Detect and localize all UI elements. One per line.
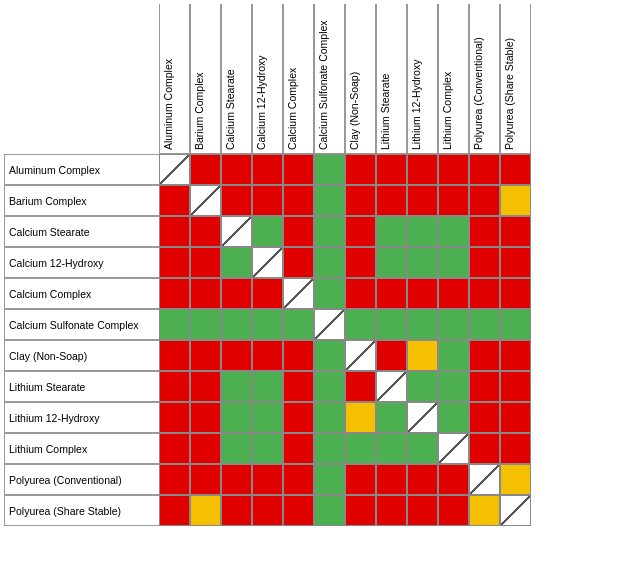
col-header: Lithium Stearate [376,4,407,154]
grid-cell [252,402,283,433]
grid-cell [314,216,345,247]
grid-row [159,185,531,216]
grid-cell [283,185,314,216]
col-header: Lithium 12-Hydroxy [407,4,438,154]
grid-cell [345,278,376,309]
grid-cell [438,433,469,464]
grid-cell [376,464,407,495]
grid-cell [283,464,314,495]
grid-cell [283,433,314,464]
grid-cell [469,185,500,216]
grid-cell [469,340,500,371]
grid-cell [283,495,314,526]
grid-cell [469,371,500,402]
grid-cell [159,154,190,185]
grid-cell [252,464,283,495]
grid-cell [376,278,407,309]
col-header: Calcium Stearate [221,4,252,154]
row-header: Aluminum Complex [4,154,159,185]
grid-cell [221,154,252,185]
grid-cell [500,247,531,278]
grid-cell [252,371,283,402]
grid-cell [252,216,283,247]
grid-cell [221,340,252,371]
grid-cell [159,309,190,340]
grid-cell [407,185,438,216]
col-header: Polyurea (Share Stable) [500,4,531,154]
grid-cell [221,216,252,247]
grid-cell [345,371,376,402]
grid-cell [159,402,190,433]
grid-row [159,495,531,526]
grid-cell [376,309,407,340]
grid-cell [469,433,500,464]
grid-cell [283,216,314,247]
top-section: Aluminum ComplexBarium ComplexCalcium St… [4,4,617,154]
grid-cell [407,278,438,309]
grid-cell [407,247,438,278]
grid-cell [438,495,469,526]
main-container: Aluminum ComplexBarium ComplexCalcium St… [0,0,621,573]
grid-cell [345,247,376,278]
grid-cell [221,185,252,216]
grid-cell [190,464,221,495]
grid-cell [190,247,221,278]
grid-row [159,154,531,185]
grid-cell [159,464,190,495]
grid-cell [469,309,500,340]
grid-cell [190,371,221,402]
grid-cell [190,495,221,526]
grid-cell [221,495,252,526]
grid-cell [500,309,531,340]
grid-cell [407,309,438,340]
grid-cell [283,154,314,185]
grid-cell [469,464,500,495]
grid-cell [376,216,407,247]
grid-cell [190,433,221,464]
grid-cell [159,495,190,526]
grid-cell [407,464,438,495]
grid-cell [159,371,190,402]
grid-cell [283,371,314,402]
grid-cell [376,402,407,433]
row-header: Calcium Complex [4,278,159,309]
grid-cell [190,402,221,433]
grid-cell [221,433,252,464]
row-headers: Aluminum ComplexBarium ComplexCalcium St… [4,154,159,526]
grid-cell [159,433,190,464]
grid-cell [407,495,438,526]
row-header: Barium Complex [4,185,159,216]
grid-cell [500,154,531,185]
grid-row [159,433,531,464]
row-header: Lithium 12-Hydroxy [4,402,159,433]
grid-cell [469,216,500,247]
grid-row [159,247,531,278]
grid-cell [252,495,283,526]
grid-cell [376,247,407,278]
grid-cell [438,216,469,247]
grid-cell [345,154,376,185]
grid-cell [345,495,376,526]
grid-cell [345,464,376,495]
row-header: Calcium Stearate [4,216,159,247]
row-header: Clay (Non-Soap) [4,340,159,371]
grid-cell [345,433,376,464]
grid-cell [221,371,252,402]
grid-cell [438,402,469,433]
grid-cell [221,464,252,495]
grid-cell [407,340,438,371]
grid-cell [500,371,531,402]
grid-cell [438,340,469,371]
grid-cell [438,185,469,216]
grid-cell [438,247,469,278]
grid-cell [500,402,531,433]
col-header: Polyurea (Conventional) [469,4,500,154]
col-header: Barium Complex [190,4,221,154]
grid-cell [252,433,283,464]
grid-cell [159,278,190,309]
grid-row [159,216,531,247]
grid-cell [314,402,345,433]
grid-cell [314,278,345,309]
grid-cell [252,185,283,216]
grid-cell [500,340,531,371]
